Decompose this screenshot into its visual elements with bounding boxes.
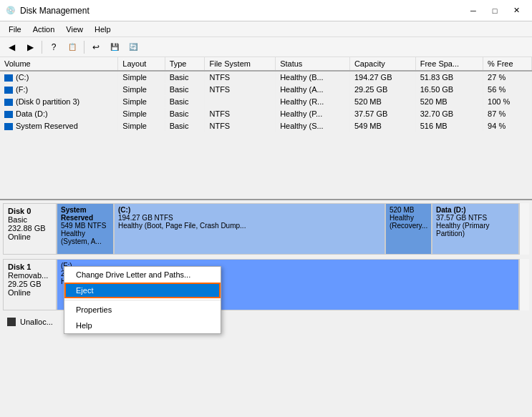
cell-free: 520 MB [415,96,483,108]
unalloc-label: Unalloc... [20,318,53,326]
cell-free: 16.50 GB [415,84,483,96]
col-type: Type [165,57,205,71]
cell-capacity: 520 MB [349,96,415,108]
disk0-partition3[interactable]: Data (D:) 37.57 GB NTFS Healthy (Primary… [432,204,518,254]
cell-volume: System Reserved [0,120,118,132]
cell-volume: Data (D:) [0,108,118,120]
cell-status: Healthy (B... [276,71,350,84]
disk0-size: 232.88 GB [8,224,52,232]
app-title: Disk Management [20,6,90,16]
help-button[interactable]: ? [45,39,62,55]
cell-pct: 100 % [483,96,532,108]
table-section: Volume Layout Type File System Status Ca… [0,57,532,200]
main-content: Volume Layout Type File System Status Ca… [0,57,532,417]
disk0-partition0[interactable]: System Reserved 549 MB NTFS Healthy (Sys… [57,204,115,254]
disk0-type: Basic [8,215,52,224]
title-bar-controls: ─ □ ✕ [463,4,526,18]
disk-button[interactable]: 💾 [106,39,123,55]
context-menu-eject[interactable]: Eject [64,283,221,298]
col-pctfree: % Free [483,57,532,71]
col-layout: Layout [118,57,165,71]
table-row[interactable]: (F:) Simple Basic NTFS Healthy (A... 29.… [0,84,532,96]
cell-status: Healthy (P... [276,108,350,120]
cell-layout: Simple [118,71,165,84]
maximize-button[interactable]: □ [485,4,505,18]
app-icon: 💿 [6,6,16,15]
context-menu-change-drive[interactable]: Change Drive Letter and Paths... [64,267,221,283]
disk1-scrollbar [519,259,529,310]
table-header-row: Volume Layout Type File System Status Ca… [0,57,532,71]
menu-help[interactable]: Help [89,24,117,35]
cell-pct: 94 % [483,120,532,132]
context-menu-help[interactable]: Help [64,318,221,333]
cell-fs: NTFS [205,120,276,132]
cell-free: 51.83 GB [415,71,483,84]
refresh-button[interactable]: 🔄 [125,39,142,55]
context-menu-properties[interactable]: Properties [64,302,221,318]
title-bar: 💿 Disk Management ─ □ ✕ [0,0,532,21]
context-menu-separator [64,300,221,300]
disk1-title: Disk 1 [8,263,52,271]
close-button[interactable]: ✕ [506,4,526,18]
cell-type: Basic [165,96,205,108]
unalloc-box-icon [7,318,16,326]
table-row[interactable]: (C:) Simple Basic NTFS Healthy (B... 194… [0,71,532,84]
table-wrapper[interactable]: Volume Layout Type File System Status Ca… [0,57,532,199]
disk1-status: Online [8,288,52,297]
col-status: Status [276,57,350,71]
separator-2 [84,41,84,54]
cell-fs: NTFS [205,108,276,120]
menu-bar: File Action View Help [0,21,532,37]
cell-layout: Simple [118,120,165,132]
info-button[interactable]: 📋 [64,39,81,55]
cell-status: Healthy (S... [276,120,350,132]
cell-volume: (C:) [0,71,118,84]
disk0-label: Disk 0 Basic 232.88 GB Online [3,203,57,255]
back-button[interactable]: ◀ [3,39,20,55]
cell-capacity: 194.27 GB [349,71,415,84]
cell-layout: Simple [118,108,165,120]
disk0-partition1[interactable]: (C:) 194.27 GB NTFS Healthy (Boot, Page … [115,204,386,254]
disk0-partitions: System Reserved 549 MB NTFS Healthy (Sys… [57,203,519,255]
disk1-label: Disk 1 Removab... 29.25 GB Online [3,259,57,310]
disk1-type: Removab... [8,271,52,280]
volumes-table: Volume Layout Type File System Status Ca… [0,57,532,132]
title-bar-left: 💿 Disk Management [6,6,90,16]
disk0-row: Disk 0 Basic 232.88 GB Online System Res… [3,203,529,255]
menu-file[interactable]: File [3,24,27,35]
table-body: (C:) Simple Basic NTFS Healthy (B... 194… [0,71,532,132]
disk0-title: Disk 0 [8,207,52,215]
cell-fs: NTFS [205,71,276,84]
menu-action[interactable]: Action [27,24,61,35]
disk1-wrapper: Disk 1 Removab... 29.25 GB Online (F:) 2… [3,259,529,310]
table-row[interactable]: System Reserved Simple Basic NTFS Health… [0,120,532,132]
cell-type: Basic [165,71,205,84]
table-row[interactable]: (Disk 0 partition 3) Simple Basic Health… [0,96,532,108]
table-row[interactable]: Data (D:) Simple Basic NTFS Healthy (P..… [0,108,532,120]
cell-fs [205,96,276,108]
cell-layout: Simple [118,96,165,108]
cell-capacity: 37.57 GB [349,108,415,120]
cell-capacity: 549 MB [349,120,415,132]
arrow-button[interactable]: ↩ [87,39,105,55]
cell-capacity: 29.25 GB [349,84,415,96]
disk0-status: Online [8,232,52,241]
disk1-size: 29.25 GB [8,280,52,288]
cell-volume: (Disk 0 partition 3) [0,96,118,108]
minimize-button[interactable]: ─ [463,4,483,18]
cell-pct: 27 % [483,71,532,84]
disk0-partition2[interactable]: 520 MB Healthy (Recovery... [386,204,432,254]
disk-section: Disk 0 Basic 232.88 GB Online System Res… [0,200,532,417]
cell-type: Basic [165,120,205,132]
col-filesystem: File System [205,57,276,71]
menu-view[interactable]: View [60,24,89,35]
cell-layout: Simple [118,84,165,96]
cell-status: Healthy (R... [276,96,350,108]
col-freespace: Free Spa... [415,57,483,71]
forward-button[interactable]: ▶ [21,39,39,55]
context-menu: Change Drive Letter and Paths... Eject P… [64,266,221,334]
cell-status: Healthy (A... [276,84,350,96]
cell-type: Basic [165,108,205,120]
cell-type: Basic [165,84,205,96]
cell-volume: (F:) [0,84,118,96]
